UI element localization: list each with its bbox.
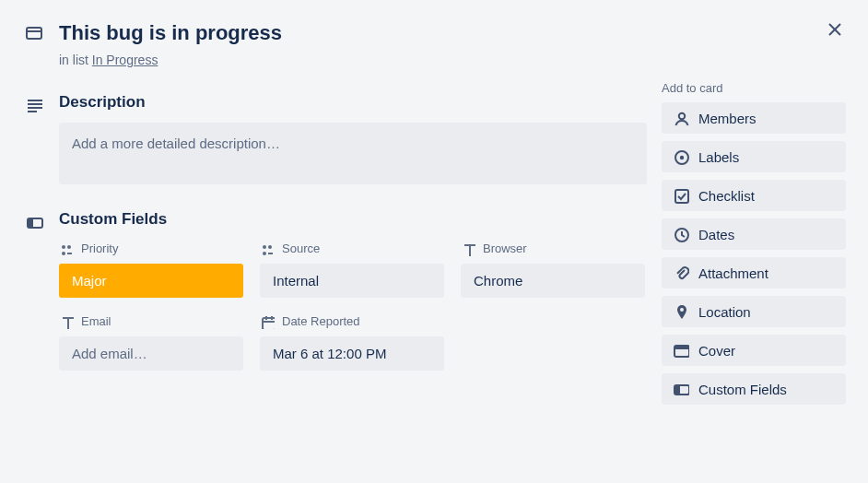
calendar-icon (260, 314, 275, 329)
custom-fields-icon (26, 214, 44, 232)
slider-icon (59, 242, 74, 256)
close-icon (826, 20, 844, 39)
custom-field-email: EmailAdd email… (59, 314, 243, 371)
card-title[interactable]: This bug is in progress (59, 20, 647, 47)
custom-field-source: SourceInternal (260, 242, 444, 298)
sidebar-item-label: Dates (698, 227, 734, 242)
description-input[interactable]: Add a more detailed description… (59, 123, 647, 184)
custom-field-value[interactable]: Add email… (59, 336, 243, 371)
user-icon (673, 110, 689, 126)
sidebar-item-label: Attachment (698, 265, 768, 281)
custom-field-browser: BrowserChrome (461, 242, 645, 298)
description-heading: Description (59, 93, 647, 112)
cover-icon (673, 342, 689, 359)
sidebar-item-label: Location (698, 304, 751, 320)
custom-field-value[interactable]: Internal (260, 264, 444, 298)
attach-icon (673, 265, 689, 281)
custom-field-label: Browser (461, 242, 645, 256)
custom-field-priority: PriorityMajor (59, 242, 243, 298)
pin-icon (673, 303, 689, 320)
sidebar-members-button[interactable]: Members (662, 102, 846, 134)
sidebar-checklist-button[interactable]: Checklist (662, 180, 846, 211)
custom-field-label: Priority (59, 242, 243, 256)
description-icon (26, 97, 44, 115)
sidebar-custom-fields-button[interactable]: Custom Fields (662, 373, 846, 405)
text-icon (461, 242, 475, 256)
custom-field-label: Email (59, 314, 243, 329)
clock-icon (673, 226, 689, 242)
custom-field-value[interactable]: Mar 6 at 12:00 PM (260, 336, 444, 371)
custom-field-label: Source (260, 242, 444, 256)
close-button[interactable] (820, 15, 850, 44)
sidebar-item-label: Labels (698, 149, 739, 165)
sidebar-attachment-button[interactable]: Attachment (662, 257, 846, 289)
sidebar-dates-button[interactable]: Dates (662, 218, 846, 250)
tag-icon (673, 148, 689, 165)
check-icon (673, 187, 689, 204)
custom-field-value[interactable]: Major (59, 264, 243, 298)
custom-field-label: Date Reported (260, 314, 444, 329)
text-icon (59, 314, 74, 329)
add-to-card-heading: Add to card (662, 81, 846, 95)
sidebar-item-label: Cover (698, 343, 735, 359)
sidebar-labels-button[interactable]: Labels (662, 141, 846, 172)
sidebar-item-label: Members (698, 111, 757, 126)
sidebar-location-button[interactable]: Location (662, 296, 846, 327)
in-list-line: in list In Progress (59, 53, 647, 67)
in-list-prefix: in list (59, 53, 92, 67)
in-list-link[interactable]: In Progress (92, 53, 158, 67)
custom-fields-heading: Custom Fields (59, 210, 647, 229)
custom-field-date-reported: Date ReportedMar 6 at 12:00 PM (260, 314, 444, 371)
sidebar-cover-button[interactable]: Cover (662, 335, 846, 366)
sidebar-item-label: Custom Fields (698, 382, 787, 397)
custom-field-value[interactable]: Chrome (461, 264, 645, 298)
field-icon (673, 381, 689, 397)
card-icon (25, 24, 45, 44)
slider-icon (260, 242, 275, 256)
sidebar-item-label: Checklist (698, 188, 755, 204)
